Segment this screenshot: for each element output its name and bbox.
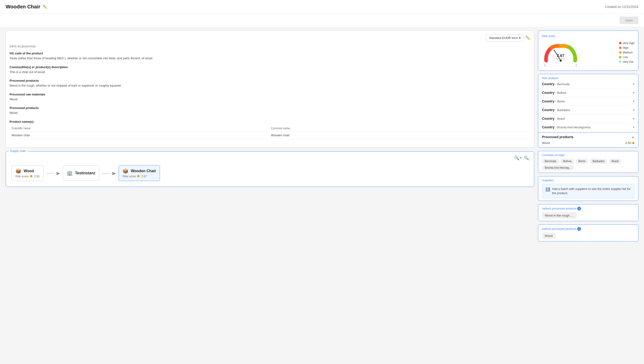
indirect-tag-2: Wood: [542, 233, 555, 239]
flow-node-wood[interactable]: 📦 Wood Risk score: 2.50: [12, 165, 44, 181]
zoom-in-button[interactable]: 🔍+: [514, 156, 522, 160]
save-button[interactable]: Save: [620, 16, 638, 24]
legend-label-very-low: Very low: [623, 60, 633, 64]
suppliers-title: Suppliers: [542, 179, 634, 182]
legend-dot-medium: [619, 51, 621, 54]
top-bar: Wooden Chair ✏️ Created on 12/31/2024: [0, 0, 644, 14]
field-description-value: This is a chair out of wood.: [10, 70, 530, 74]
suppliers-info-text: Add a batch with suppliers to see the en…: [552, 187, 631, 195]
gauge-svg: 2.67 Risk score: [542, 40, 579, 64]
country-row-bosnia[interactable]: Country - Bosnia And Herzegovina ▾: [538, 123, 638, 132]
country-row-brazil[interactable]: Country - Brazil ▾: [538, 114, 638, 123]
processed-wood-score: 2.50: [625, 141, 634, 145]
legend-dot-very-high: [619, 42, 621, 44]
country-row-benin[interactable]: Country - Benin ▾: [538, 97, 638, 106]
right-panel: Risk score: [538, 30, 638, 242]
field-processed-products-2-label: Processed products: [10, 106, 530, 110]
gauge-min: 0: [544, 64, 546, 67]
legend-very-high: Very high: [619, 42, 634, 45]
field-raw-materials-label: Processed raw materials: [10, 93, 530, 96]
country-row-bolivia[interactable]: Country - Bolivia ▾: [538, 88, 638, 97]
tag-bosnia[interactable]: Bosnia And Herzeg...: [542, 165, 574, 170]
flow-dash-1: ——: [46, 171, 54, 175]
testinstanz-icon: 🏢: [67, 170, 73, 176]
svg-text:2.67: 2.67: [557, 54, 564, 58]
product-names-section: Product name(s) Scientific name Common n…: [10, 120, 530, 139]
legend-very-low: Very low: [619, 60, 634, 64]
left-panel: Standard EUDR form ▾ ✏️ DATA ACQUISITION…: [6, 30, 534, 242]
risk-analysis-card: Risk analysis Country - Bermuda ▾ Countr…: [538, 74, 638, 148]
wood-icon: 📦: [16, 168, 21, 174]
tag-barbados[interactable]: Barbados: [590, 159, 607, 164]
processed-section-title: Processed products: [542, 135, 573, 139]
info-icon: ℹ️: [545, 187, 550, 192]
country-tags: Bermuda Bolivia Benin Barbados Brazil Bo…: [542, 159, 634, 170]
col-common: Common name: [269, 125, 530, 132]
field-hs-code-value: Seats (other than those of heading 9402 …: [10, 56, 530, 61]
risk-legend: Very high High Medium Low: [619, 42, 634, 64]
legend-high: High: [619, 46, 634, 50]
field-processed-products-2: Processed products Wood: [10, 106, 530, 115]
supply-chain-card: Supply chain 🔍+ 🔍- 📦 Wood Risk score: 2.…: [6, 152, 534, 187]
legend-label-low: Low: [623, 56, 628, 59]
svg-text:Risk score: Risk score: [556, 58, 565, 60]
legend-low: Low: [619, 56, 634, 59]
field-processed-products-2-value: Wood: [10, 110, 530, 115]
tag-brazil[interactable]: Brazil: [609, 159, 621, 164]
tag-bolivia[interactable]: Bolivia: [560, 159, 574, 164]
country-row-barbados[interactable]: Country - Barbados ▾: [538, 106, 638, 114]
flow-dash-2: ——: [102, 171, 110, 175]
field-processed-products-1: Processed products Wood in the rough, wh…: [10, 79, 530, 88]
wooden-chair-score: Risk score: 2.67: [123, 175, 156, 178]
tag-benin[interactable]: Benin: [575, 159, 588, 164]
info-circle-1[interactable]: i: [577, 207, 581, 210]
legend-label-high: High: [623, 46, 628, 50]
legend-dot-very-low: [619, 61, 621, 63]
chevron-benin: ▾: [633, 100, 634, 103]
chevron-down-icon: ▾: [519, 36, 521, 40]
page-title: Wooden Chair: [6, 4, 41, 10]
flow-arrow-1: ▶: [57, 170, 60, 176]
country-row-bermuda[interactable]: Country - Bermuda ▾: [538, 80, 638, 88]
processed-section-header[interactable]: Processed products ▲: [538, 133, 638, 141]
top-bar-left: Wooden Chair ✏️: [6, 4, 48, 10]
chevron-bolivia: ▾: [633, 91, 634, 94]
form-pencil-icon[interactable]: ✏️: [526, 36, 530, 40]
info-circle-2[interactable]: i: [577, 227, 581, 231]
flow-node-testinstanz[interactable]: 🏢 Testinstanz: [63, 166, 99, 181]
legend-label-medium: Medium: [623, 51, 633, 54]
processed-wood-name: Wood: [542, 141, 550, 145]
tag-bermuda[interactable]: Bermuda: [542, 159, 559, 164]
gauge-area: 2.67 Risk score 0 5: [542, 40, 579, 67]
chevron-barbados: ▾: [633, 108, 634, 112]
wood-risk-dot: [30, 175, 33, 177]
indirect-title-1: Indirect processed products i: [542, 207, 634, 210]
chevron-processed: ▲: [631, 135, 634, 139]
field-processed-products-1-value: Wood in the rough, whether or not stripp…: [10, 83, 530, 88]
chevron-brazil: ▾: [633, 117, 634, 120]
edit-icon[interactable]: ✏️: [43, 5, 48, 9]
processed-wood-row: Wood 2.50: [542, 141, 634, 145]
svg-point-1: [560, 60, 562, 62]
col-scientific: Scientific name: [10, 125, 269, 132]
indirect-processed-card-1: Indirect processed products i Wood in th…: [538, 204, 638, 221]
main-content: Standard EUDR form ▾ ✏️ DATA ACQUISITION…: [0, 27, 644, 245]
flow-arrow-2: ▶: [112, 170, 116, 176]
wood-title: Wood: [24, 169, 34, 173]
wood-score: Risk score: 2.50: [16, 175, 40, 178]
zoom-out-button[interactable]: 🔍-: [524, 156, 530, 160]
legend-dot-high: [619, 47, 621, 49]
field-description-label: Commoditie(s) or product(s) description: [10, 65, 530, 69]
flow-node-wooden-chair[interactable]: 📦 Wooden Chair Risk score: 2.67: [119, 165, 160, 181]
countries-origin-card: Countries of origin Bermuda Bolivia Beni…: [538, 151, 638, 173]
gauge-labels: 0 5: [544, 64, 577, 67]
legend-medium: Medium: [619, 51, 634, 54]
form-selector[interactable]: Standard EUDR form ▾: [486, 34, 524, 41]
processed-body: Wood 2.50: [538, 141, 638, 148]
field-description: Commoditie(s) or product(s) description …: [10, 65, 530, 74]
product-names-label: Product name(s): [10, 120, 530, 124]
data-acquisition-card: Standard EUDR form ▾ ✏️ DATA ACQUISITION…: [6, 30, 534, 148]
section-title-data-acquisition: DATA ACQUISITION: [10, 45, 530, 48]
risk-score-card: Risk score: [538, 30, 638, 71]
risk-score-section-title: Risk score: [542, 34, 634, 38]
